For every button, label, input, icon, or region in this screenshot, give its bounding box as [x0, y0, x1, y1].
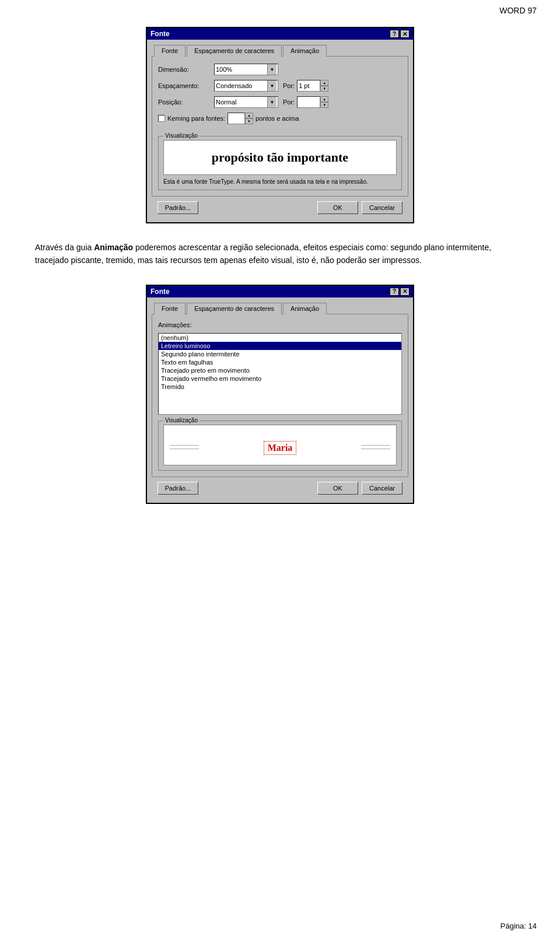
dimensao-arrow[interactable]: ▼ [267, 64, 276, 75]
por-label-2: Por: [283, 99, 295, 106]
form-panel-1: Dimensão: 100% ▼ Espaçamento: Condensado [152, 56, 408, 197]
por-spinner-2: ▲ ▼ [297, 96, 328, 108]
viz-section-1: Visualização propósito tão importante Es… [158, 136, 402, 190]
ok-button-1[interactable]: OK [317, 201, 358, 214]
dialog-footer-2: Padrão... OK Cancelar [152, 477, 408, 498]
por-down-2[interactable]: ▼ [320, 102, 328, 108]
dimensao-row: Dimensão: 100% ▼ [158, 64, 402, 75]
viz-section-title-2: Visualização [163, 417, 200, 423]
list-item-segundo[interactable]: Segundo plano intermitente [159, 350, 401, 358]
kerning-down[interactable]: ▼ [245, 118, 253, 124]
cancelar-button-1[interactable]: Cancelar [362, 201, 402, 214]
tab-bar-2: Fonte Espaçamento de caracteres Animação [152, 302, 408, 314]
padrao-button-1[interactable]: Padrão... [158, 201, 198, 214]
animacoes-listbox[interactable]: (nenhum) Letreiro luminoso Segundo plano… [158, 333, 402, 415]
dialog-fonte-2: Fonte ? ✕ Fonte Espaçamento de caractere… [146, 285, 414, 504]
dimensao-label: Dimensão: [158, 66, 211, 73]
animacoes-label: Animações: [158, 321, 211, 328]
dialog-footer-1: Padrão... OK Cancelar [152, 197, 408, 218]
por-spinner-btns-1: ▲ ▼ [320, 80, 328, 92]
dialog-title-2: Fonte [150, 288, 170, 296]
page-number: Página: 14 [501, 922, 537, 930]
dialog-titlebar-2: Fonte ? ✕ [147, 286, 413, 297]
por-up-2[interactable]: ▲ [320, 96, 328, 102]
tab-animacao-1[interactable]: Animação [283, 45, 327, 57]
animacao-bold: Animação [94, 243, 133, 252]
espaco-label: Espaçamento: [158, 82, 211, 89]
espaco-row: Espaçamento: Condensado ▼ Por: 1 pt [158, 80, 402, 92]
list-item-tremido[interactable]: Tremido [159, 383, 401, 391]
posicao-label: Posição: [158, 99, 211, 106]
tab-bar-1: Fonte Espaçamento de caracteres Animação [152, 44, 408, 56]
form-panel-2: Animações: (nenhum) Letreiro luminoso Se… [152, 314, 408, 477]
por-down-1[interactable]: ▼ [320, 86, 328, 92]
help-button-1[interactable]: ? [390, 30, 399, 38]
list-item-nenhum[interactable]: (nenhum) [159, 334, 401, 342]
viz-info-1: Esta é uma fonte TrueType. A mesma fonte… [163, 178, 397, 185]
cancelar-button-2[interactable]: Cancelar [362, 482, 402, 495]
por-spinner-btns-2: ▲ ▼ [320, 96, 328, 108]
close-button-2[interactable]: ✕ [400, 288, 410, 296]
tab-fonte-2[interactable]: Fonte [154, 303, 186, 314]
tab-espaco-2[interactable]: Espaçamento de caracteres [187, 303, 282, 314]
dialog-title-1: Fonte [150, 30, 170, 38]
dialog-titlebar-1: Fonte ? ✕ [147, 28, 413, 40]
kerning-checkbox[interactable] [158, 115, 165, 122]
espaco-arrow[interactable]: ▼ [267, 80, 276, 91]
por-up-1[interactable]: ▲ [320, 80, 328, 86]
por-label-1: Por: [283, 82, 295, 89]
tab-espaco-1[interactable]: Espaçamento de caracteres [187, 45, 282, 57]
tab-fonte-1[interactable]: Fonte [154, 45, 186, 57]
kerning-input[interactable] [228, 113, 245, 124]
kerning-spinner-btns: ▲ ▼ [245, 113, 253, 124]
por-input-1[interactable]: 1 pt [297, 80, 320, 92]
kerning-spinner: ▲ ▼ [228, 113, 253, 124]
list-item-letreiro[interactable]: Letreiro luminoso [159, 342, 401, 350]
body-paragraph: Através da guia Animação poderemos acres… [35, 241, 525, 267]
posicao-row: Posição: Normal ▼ Por: ▲ [158, 96, 402, 108]
espaco-select[interactable]: Condensado ▼ [214, 80, 278, 92]
posicao-arrow[interactable]: ▼ [267, 97, 276, 107]
dimensao-control: 100% ▼ [214, 64, 278, 75]
list-item-vermelho[interactable]: Tracejado vermelho em movimento [159, 374, 401, 383]
list-item-fagulhas[interactable]: Texto em fagulhas [159, 358, 401, 366]
por-spinner-1: 1 pt ▲ ▼ [297, 80, 328, 92]
por-input-2[interactable] [297, 96, 320, 108]
posicao-control: Normal ▼ Por: ▲ ▼ [214, 96, 328, 108]
kerning-label: Kerning para fontes: [167, 115, 225, 122]
kerning-up[interactable]: ▲ [245, 113, 253, 118]
espaco-control: Condensado ▼ Por: 1 pt ▲ ▼ [214, 80, 328, 92]
page-title: WORD 97 [0, 0, 560, 15]
posicao-select[interactable]: Normal ▼ [214, 96, 278, 108]
padrao-button-2[interactable]: Padrão... [158, 482, 198, 495]
tab-animacao-2[interactable]: Animação [283, 303, 327, 314]
titlebar-buttons-1: ? ✕ [390, 30, 410, 38]
viz-preview-2: Maria [163, 425, 397, 465]
titlebar-buttons-2: ? ✕ [390, 288, 410, 296]
close-button-1[interactable]: ✕ [400, 30, 410, 38]
kerning-suffix: pontos e acima [256, 115, 299, 122]
dimensao-select[interactable]: 100% ▼ [214, 64, 278, 75]
help-button-2[interactable]: ? [390, 288, 399, 296]
viz-section-2: Visualização Maria [158, 421, 402, 471]
ok-button-2[interactable]: OK [317, 482, 358, 495]
kerning-row: Kerning para fontes: ▲ ▼ pontos e acima [158, 113, 402, 124]
viz-section-title-1: Visualização [163, 132, 200, 139]
viz-preview-1: propósito tão importante [163, 140, 397, 175]
dialog-fonte-1: Fonte ? ✕ Fonte Espaçamento de caractere… [146, 27, 414, 223]
list-item-preto[interactable]: Tracejado preto em movimento [159, 366, 401, 374]
